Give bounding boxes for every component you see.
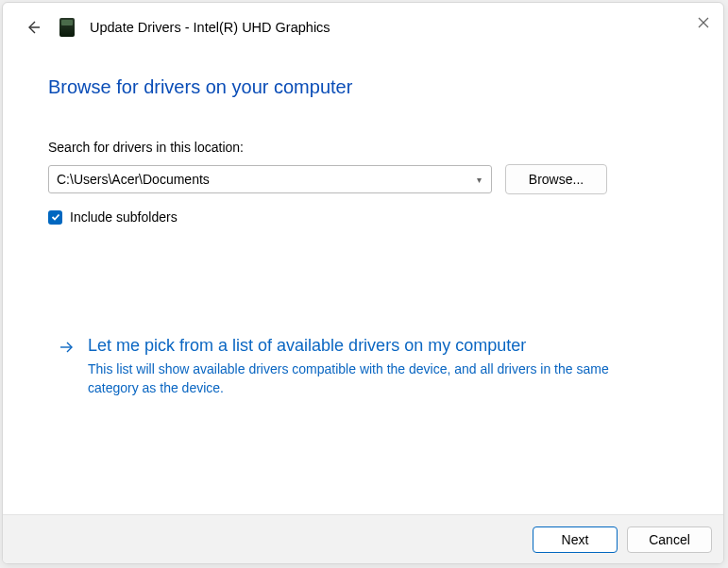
pick-option-description: This list will show available drivers co… [88, 359, 659, 398]
pick-text-wrap: Let me pick from a list of available dri… [88, 336, 678, 398]
browse-button[interactable]: Browse... [505, 164, 607, 194]
next-button[interactable]: Next [533, 526, 618, 553]
include-subfolders-label[interactable]: Include subfolders [70, 209, 178, 225]
pick-from-list-option[interactable]: Let me pick from a list of available dri… [48, 336, 678, 398]
device-icon [59, 18, 75, 37]
include-subfolders-checkbox[interactable] [48, 210, 62, 225]
back-button[interactable] [22, 16, 44, 39]
path-combobox[interactable]: C:\Users\Acer\Documents ▾ [48, 165, 492, 193]
close-icon [698, 17, 709, 28]
window-title: Update Drivers - Intel(R) UHD Graphics [90, 20, 330, 35]
path-value: C:\Users\Acer\Documents [57, 172, 475, 187]
path-row: C:\Users\Acer\Documents ▾ Browse... [48, 164, 678, 194]
close-button[interactable] [697, 16, 710, 29]
search-location-label: Search for drivers in this location: [48, 140, 678, 155]
update-drivers-dialog: Update Drivers - Intel(R) UHD Graphics B… [2, 2, 724, 564]
content-area: Browse for drivers on your computer Sear… [3, 39, 723, 514]
include-subfolders-row: Include subfolders [48, 209, 678, 225]
footer: Next Cancel [3, 514, 723, 563]
arrow-right-icon [59, 336, 75, 398]
checkmark-icon [51, 212, 60, 222]
arrow-left-icon [25, 20, 41, 35]
header-row: Update Drivers - Intel(R) UHD Graphics [3, 3, 723, 39]
cancel-button[interactable]: Cancel [627, 526, 712, 553]
pick-option-title: Let me pick from a list of available dri… [88, 336, 659, 356]
chevron-down-icon[interactable]: ▾ [475, 173, 483, 187]
page-heading: Browse for drivers on your computer [48, 76, 678, 98]
